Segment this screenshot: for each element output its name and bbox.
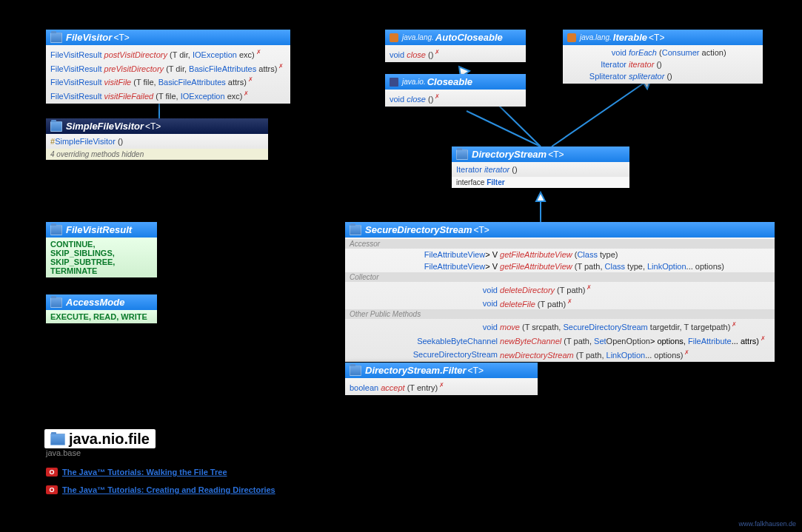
simplefilevisitor-title: SimpleFileVisitor [66, 121, 144, 132]
package-title: java.nio.file [44, 429, 156, 448]
svg-marker-3 [536, 192, 545, 201]
simplefilevisitor-note: 4 overriding methods hidden [46, 149, 268, 160]
folder-icon [50, 297, 62, 308]
autocloseable-body: void close ()✗ [385, 45, 526, 62]
folder-icon [456, 149, 468, 160]
filevisitor-body: FileVisitResult postVisitDirectory (T di… [46, 45, 290, 104]
folder-icon [350, 366, 361, 376]
directorystream-body: Iterator iterator () [452, 162, 629, 177]
tutorial-link-2[interactable]: O The Java™ Tutorials: Creating and Read… [46, 485, 275, 494]
filevisitor-header: FileVisitor <T> [46, 30, 290, 45]
simplefilevisitor-box: SimpleFileVisitor <T> #SimpleFileVisitor… [46, 118, 268, 160]
directorystream-header: DirectoryStream<T> [452, 147, 629, 162]
securedirectorystream-header: SecureDirectoryStream<T> [345, 222, 775, 238]
accessmode-header: AccessMode [46, 294, 157, 310]
folder-icon [50, 434, 65, 445]
iterable-box: java.lang.Iterable<T> void forEach (Cons… [563, 30, 763, 84]
directorystream-box: DirectoryStream<T> Iterator iterator () … [452, 147, 629, 188]
watermark: www.falkhausen.de [738, 520, 796, 528]
directorystream-filter-box: DirectoryStream.Filter<T> boolean accept… [345, 363, 538, 395]
disk-icon [390, 78, 398, 87]
directorystream-filter-header: DirectoryStream.Filter<T> [345, 363, 538, 378]
filevisitresult-header: FileVisitResult [46, 222, 157, 238]
autocloseable-box: java.lang.AutoCloseable void close ()✗ [385, 30, 526, 62]
securedirectorystream-body: AccessorFileAttributeView> V getFileAttr… [345, 238, 775, 362]
iterable-header: java.lang.Iterable<T> [563, 30, 763, 45]
cup-icon [390, 33, 398, 42]
tutorial-link-1[interactable]: O The Java™ Tutorials: Walking the File … [46, 468, 227, 477]
iterable-body: void forEach (Consumer action)Iterator i… [563, 45, 763, 84]
closeable-header: java.io.Closeable [385, 74, 526, 90]
accessmode-values: EXECUTE, READ, WRITE [50, 312, 147, 321]
simplefilevisitor-header: SimpleFileVisitor <T> [46, 118, 268, 134]
folder-icon [350, 225, 361, 235]
folder-icon [50, 33, 62, 43]
simplefilevisitor-body: #SimpleFileVisitor () [46, 134, 268, 149]
package-module: java.base [46, 448, 81, 457]
folder-icon [50, 121, 62, 132]
oracle-icon: O [46, 485, 58, 494]
accessmode-box: AccessMode EXECUTE, READ, WRITE [46, 294, 157, 323]
filevisitor-title: FileVisitor [66, 32, 112, 43]
folder-icon [50, 225, 62, 235]
closeable-body: void close ()✗ [385, 90, 526, 107]
filevisitor-box: FileVisitor <T> FileVisitResult postVisi… [46, 30, 290, 104]
directorystream-filter-body: boolean accept (T entry)✗ [345, 378, 538, 395]
filevisitor-gen: <T> [113, 33, 129, 43]
filevisitresult-values: CONTINUE, SKIP_SIBLINGS, SKIP_SUBTREE, T… [50, 240, 115, 275]
cup-icon [567, 33, 576, 42]
closeable-box: java.io.Closeable void close ()✗ [385, 74, 526, 107]
autocloseable-header: java.lang.AutoCloseable [385, 30, 526, 45]
directorystream-filter-sub: interface Filter [452, 177, 629, 188]
oracle-icon: O [46, 468, 58, 477]
filevisitresult-box: FileVisitResult CONTINUE, SKIP_SIBLINGS,… [46, 222, 157, 277]
securedirectorystream-box: SecureDirectoryStream<T> AccessorFileAtt… [345, 222, 775, 362]
